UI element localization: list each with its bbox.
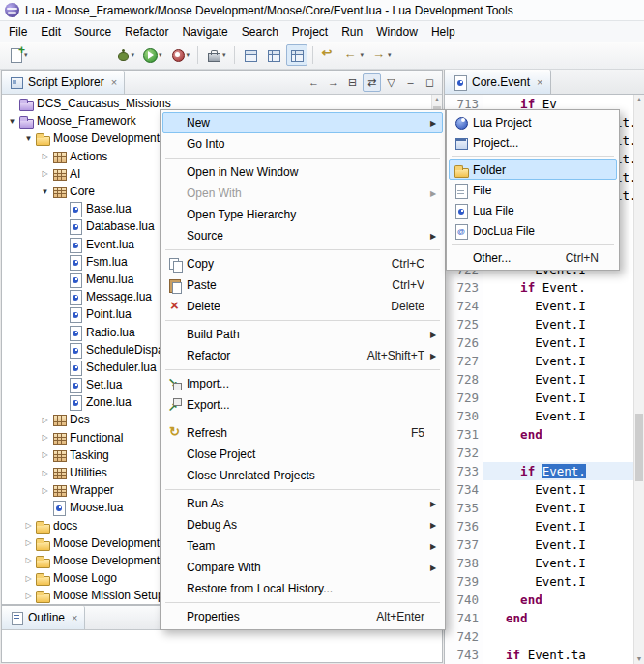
- context-menu-item-close-project[interactable]: Close Project: [162, 444, 443, 465]
- editor-tab-core-event[interactable]: Core.Event ×: [445, 70, 551, 94]
- expand-arrow-icon[interactable]: ▷: [39, 469, 51, 477]
- code-line-734[interactable]: 734 Event.I: [445, 480, 633, 499]
- close-icon[interactable]: ×: [111, 76, 117, 88]
- submenu-item-lua-file[interactable]: Lua File: [449, 200, 617, 220]
- code-line-732[interactable]: 732: [445, 444, 633, 462]
- context-menu-item-close-unrelated-projects[interactable]: Close Unrelated Projects: [162, 465, 443, 486]
- scroll-up-icon[interactable]: ▲: [432, 95, 442, 104]
- context-menu-item-refactor[interactable]: RefactorAlt+Shift+T▶: [162, 345, 443, 366]
- context-menu-item-paste[interactable]: PasteCtrl+V: [162, 274, 443, 296]
- context-menu-item-restore-from-local-history[interactable]: Restore from Local History...: [162, 578, 443, 599]
- context-menu-item-import[interactable]: Import...: [162, 373, 443, 394]
- collapse-all-icon[interactable]: ⊟: [343, 73, 362, 92]
- context-menu-item-go-into[interactable]: Go Into: [162, 133, 443, 155]
- expand-arrow-icon[interactable]: ▷: [39, 486, 51, 495]
- menubar-item-refactor[interactable]: Refactor: [118, 22, 175, 42]
- context-menu-item-debug-as[interactable]: Debug As▶: [162, 514, 443, 535]
- context-menu-item-build-path[interactable]: Build Path▶: [162, 324, 443, 345]
- minimize-icon[interactable]: –: [401, 73, 420, 92]
- open-perspective-button[interactable]: [240, 44, 261, 66]
- context-menu-item-properties[interactable]: PropertiesAlt+Enter: [162, 606, 443, 627]
- context-menu-item-copy[interactable]: CopyCtrl+C: [162, 253, 443, 274]
- script-explorer-view-button[interactable]: [286, 44, 307, 66]
- submenu-item-folder[interactable]: Folder: [449, 159, 617, 180]
- expand-arrow-icon[interactable]: ▷: [39, 152, 51, 160]
- expand-arrow-icon[interactable]: ▷: [39, 169, 51, 178]
- menubar-item-run[interactable]: Run: [335, 22, 369, 42]
- forward-icon[interactable]: →: [324, 73, 342, 92]
- script-explorer-tab[interactable]: Script Explorer ×: [2, 71, 125, 94]
- scroll-up-icon[interactable]: ▲: [634, 95, 644, 104]
- code-line-727[interactable]: 727 Event.I: [445, 352, 633, 370]
- code-line-730[interactable]: 730 Event.I: [445, 407, 633, 425]
- code-line-735[interactable]: 735 Event.I: [445, 499, 633, 517]
- code-line-731[interactable]: 731 end: [445, 425, 633, 444]
- expand-arrow-icon[interactable]: ▷: [39, 416, 51, 424]
- code-line-737[interactable]: 737 Event.I: [445, 535, 633, 554]
- expand-arrow-icon[interactable]: ▼: [6, 117, 18, 126]
- submenu-item-other[interactable]: Other...Ctrl+N: [449, 247, 617, 268]
- expand-arrow-icon[interactable]: ▼: [22, 134, 35, 143]
- expand-arrow-icon[interactable]: ▷: [22, 574, 35, 583]
- code-line-726[interactable]: 726 Event.I: [445, 333, 633, 352]
- code-line-738[interactable]: 738 Event.I: [445, 554, 633, 572]
- code-line-725[interactable]: 725 Event.I: [445, 315, 633, 333]
- context-menu-item-export[interactable]: Export...: [162, 394, 443, 416]
- back-button[interactable]: ▾: [341, 44, 367, 66]
- new-wizard-button[interactable]: ▾: [5, 44, 31, 66]
- context-menu-item-source[interactable]: Source▶: [162, 225, 443, 246]
- view-menu-icon[interactable]: ▽: [382, 73, 400, 92]
- menubar-item-help[interactable]: Help: [424, 22, 462, 42]
- code-line-736[interactable]: 736 Event.I: [445, 517, 633, 535]
- code-line-739[interactable]: 739 Event.I: [445, 572, 633, 591]
- back-icon[interactable]: ←: [305, 73, 323, 92]
- context-menu-item-refresh[interactable]: RefreshF5: [162, 422, 443, 444]
- menubar-item-file[interactable]: File: [2, 22, 34, 42]
- close-icon[interactable]: ×: [72, 612, 77, 623]
- close-icon[interactable]: ×: [537, 76, 542, 88]
- last-edit-location-button[interactable]: [318, 44, 339, 66]
- code-line-724[interactable]: 724 Event.I: [445, 297, 633, 315]
- context-menu-item-team[interactable]: Team▶: [162, 535, 443, 557]
- code-line-740[interactable]: 740 end: [445, 591, 633, 609]
- menubar-item-navigate[interactable]: Navigate: [175, 22, 234, 42]
- code-line-723[interactable]: 723 if Event.: [445, 278, 633, 297]
- menubar-item-search[interactable]: Search: [235, 22, 285, 42]
- context-menu-item-compare-with[interactable]: Compare With▶: [162, 557, 443, 578]
- expand-arrow-icon[interactable]: ▷: [39, 450, 51, 459]
- code-line-729[interactable]: 729 Event.I: [445, 389, 633, 407]
- editor-scrollbar[interactable]: ▲ ▼: [633, 95, 644, 664]
- expand-arrow-icon[interactable]: ▷: [22, 538, 35, 547]
- menubar-item-source[interactable]: Source: [68, 22, 118, 42]
- debug-button[interactable]: ▾: [112, 44, 138, 66]
- context-menu-item-open-type-hierarchy[interactable]: Open Type Hierarchy: [162, 204, 443, 225]
- expand-arrow-icon[interactable]: ▷: [39, 433, 51, 442]
- context-menu-item-open-in-new-window[interactable]: Open in New Window: [162, 161, 443, 183]
- expand-arrow-icon[interactable]: ▷: [22, 592, 35, 600]
- scrollbar-thumb[interactable]: [635, 414, 643, 481]
- code-line-743[interactable]: 743 if Event.ta: [445, 646, 633, 664]
- code-line-742[interactable]: 742: [445, 627, 633, 646]
- maximize-icon[interactable]: ◻: [421, 73, 439, 92]
- context-menu-item-open-with[interactable]: Open With▶: [162, 183, 443, 204]
- coverage-button[interactable]: ▾: [167, 44, 193, 66]
- code-line-728[interactable]: 728 Event.I: [445, 370, 633, 389]
- code-line-741[interactable]: 741 end: [445, 609, 633, 627]
- submenu-item-project[interactable]: Project...: [449, 132, 617, 153]
- expand-arrow-icon[interactable]: ▼: [39, 188, 51, 196]
- scroll-down-icon[interactable]: ▼: [634, 654, 644, 664]
- code-line-733[interactable]: 733 if Event.: [445, 462, 633, 480]
- menubar-item-project[interactable]: Project: [285, 22, 335, 42]
- forward-button[interactable]: ▾: [368, 44, 395, 66]
- external-tools-button[interactable]: ▾: [203, 44, 229, 66]
- expand-arrow-icon[interactable]: ▷: [22, 556, 35, 564]
- run-button[interactable]: ▾: [139, 44, 165, 66]
- menubar-item-edit[interactable]: Edit: [34, 22, 68, 42]
- menubar-item-window[interactable]: Window: [369, 22, 424, 42]
- outline-tab[interactable]: Outline ×: [2, 606, 85, 629]
- link-with-editor-icon[interactable]: ⇄: [363, 73, 381, 92]
- submenu-item-doclua-file[interactable]: DocLua File: [449, 220, 617, 241]
- submenu-item-file[interactable]: File: [449, 180, 617, 200]
- lua-perspective-button[interactable]: [263, 44, 284, 66]
- context-menu-item-delete[interactable]: DeleteDelete: [162, 296, 443, 317]
